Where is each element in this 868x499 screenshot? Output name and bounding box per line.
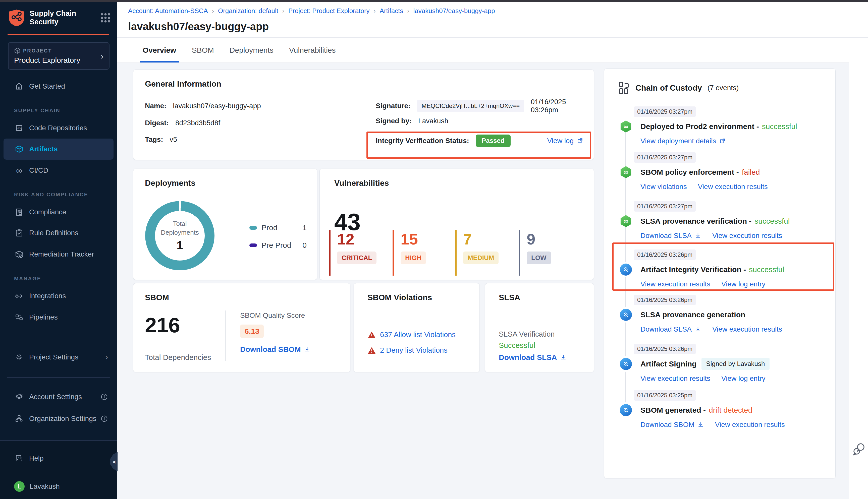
download-slsa-link[interactable]: Download SLSA <box>499 353 567 362</box>
severity-critical: 12 CRITICAL <box>329 230 376 276</box>
view-log-entry-link[interactable]: View log entry <box>721 375 765 382</box>
warning-icon <box>367 346 376 354</box>
breadcrumb: Account: Automation-SSCA › Organization:… <box>128 7 495 15</box>
main-content: General Information Name: lavakush07/eas… <box>117 63 849 499</box>
view-deployment-details-link[interactable]: View deployment details <box>640 137 726 145</box>
digest-label: Digest: <box>145 119 169 127</box>
user-avatar: L <box>14 481 25 492</box>
breadcrumb-organization[interactable]: Organization: default <box>218 7 278 15</box>
signed-by-value: Lavakush <box>418 117 448 125</box>
download-icon <box>560 354 567 361</box>
breadcrumb-separator: › <box>208 8 218 14</box>
deployments-card: Deployments Total Deployments 1 Prod 1 P… <box>133 169 317 280</box>
sidebar-item-pipelines[interactable]: Pipelines <box>3 307 113 328</box>
breadcrumb-artifacts[interactable]: Artifacts <box>380 7 403 15</box>
breadcrumb-separator: › <box>278 8 288 14</box>
view-execution-results-link[interactable]: View execution results <box>712 325 782 333</box>
pre-prod-color-dot <box>250 243 257 247</box>
sidebar-item-rule-definitions[interactable]: Rule Definitions <box>3 222 113 243</box>
layers-gear-icon <box>14 392 24 402</box>
view-execution-results-link[interactable]: View execution results <box>698 183 768 191</box>
tags-value: v5 <box>170 135 177 144</box>
sidebar-item-remediation-tracker[interactable]: Remediation Tracker <box>3 244 113 265</box>
download-icon <box>698 422 704 428</box>
sidebar-item-account-settings[interactable]: Account Settings <box>3 386 113 407</box>
svg-text:</>: </> <box>17 126 21 130</box>
severity-medium: 7 MEDIUM <box>455 230 498 276</box>
sidebar-user-row[interactable]: L Lavakush <box>3 476 113 497</box>
sidebar-item-project-settings[interactable]: Project Settings › <box>3 346 113 368</box>
sbom-violations-title: SBOM Violations <box>367 293 432 302</box>
download-slsa-link[interactable]: Download SLSA <box>640 232 701 240</box>
tab-deployments[interactable]: Deployments <box>228 38 276 62</box>
coc-event-deployed-prod2: 01/16/2025 03:27pm ∞ Deployed to Prod2 e… <box>613 107 826 145</box>
prod-color-dot <box>250 226 257 230</box>
sidebar-item-cicd[interactable]: ∞ CI/CD <box>3 160 113 181</box>
tab-overview[interactable]: Overview <box>141 38 178 62</box>
coc-event-slsa-provenance-verification: 01/16/2025 03:27pm ∞ SLSA provenance ver… <box>613 201 826 240</box>
view-execution-results-link[interactable]: View execution results <box>640 280 710 288</box>
sidebar-item-help[interactable]: ? Help <box>3 448 113 469</box>
artifact-box-icon <box>14 144 24 154</box>
general-information-card: General Information Name: lavakush07/eas… <box>133 70 594 160</box>
svg-text:?: ? <box>18 455 19 459</box>
breadcrumb-current[interactable]: lavakush07/easy-buggy-app <box>413 7 495 15</box>
allow-list-violations-link[interactable]: 637 Allow list Violations <box>380 331 456 339</box>
integrity-status-badge: Passed <box>476 135 510 147</box>
breadcrumb-project[interactable]: Project: Product Exploratory <box>288 7 370 15</box>
tab-vulnerabilities[interactable]: Vulnerabilities <box>287 38 338 62</box>
view-violations-link[interactable]: View violations <box>640 183 687 191</box>
vulnerabilities-title: Vulnerabilities <box>334 179 389 188</box>
project-selector[interactable]: PROJECT Product Exploratory › <box>8 42 109 70</box>
support-chat-icon[interactable] <box>851 441 866 456</box>
integrations-nodes-icon <box>14 291 24 301</box>
deny-list-violations-link[interactable]: 2 Deny list Violations <box>380 346 448 354</box>
signature-value-chip: MEQCICde2VjIT...bL+2+mqnOXw== <box>417 100 524 112</box>
warning-icon <box>367 331 376 339</box>
sidebar-item-integrations[interactable]: Integrations <box>3 285 113 306</box>
sidebar-item-artifacts[interactable]: Artifacts <box>3 138 113 160</box>
module-grid-icon[interactable] <box>100 12 111 23</box>
slsa-verification-label: SLSA Verification <box>499 330 555 338</box>
sidebar-item-get-started[interactable]: Get Started <box>3 76 113 97</box>
clipboard-check-icon <box>14 228 24 238</box>
event-timestamp: 01/16/2025 03:25pm <box>634 390 696 401</box>
breadcrumb-account[interactable]: Account: Automation-SSCA <box>128 7 208 15</box>
view-log-link[interactable]: View log <box>547 137 583 145</box>
signed-by-label: Signed by: <box>376 117 412 125</box>
right-edge-panel <box>849 38 868 499</box>
project-label: PROJECT <box>23 48 52 54</box>
sidebar-item-organization-settings[interactable]: Organization Settings <box>3 408 113 429</box>
sidebar-section-supply-chain: SUPPLY CHAIN <box>14 107 60 113</box>
home-icon <box>14 81 24 92</box>
legend-item-prod: Prod 1 <box>250 222 307 234</box>
page-title: lavakush07/easy-buggy-app <box>128 21 269 33</box>
donut-center-label: Total Deployments <box>161 219 199 237</box>
info-icon[interactable] <box>100 415 108 423</box>
slsa-card: SLSA SLSA Verification Successful Downlo… <box>485 283 594 372</box>
download-sbom-link[interactable]: Download SBOM <box>640 421 704 429</box>
document-search-icon <box>14 207 24 217</box>
download-sbom-link[interactable]: Download SBOM <box>240 345 311 354</box>
coc-event-artifact-integrity-verification: 01/16/2025 03:26pm Artifact Integrity Ve… <box>613 250 826 288</box>
pipeline-icon: ∞ <box>620 166 632 178</box>
view-execution-results-link[interactable]: View execution results <box>715 421 785 429</box>
sidebar: Supply Chain Security PROJECT Product Ex… <box>0 0 117 499</box>
help-chat-icon: ? <box>14 453 24 463</box>
info-icon[interactable] <box>100 393 108 401</box>
sidebar-item-compliance[interactable]: Compliance <box>3 202 113 223</box>
module-accent-line <box>8 34 109 35</box>
sidebar-item-code-repositories[interactable]: </> Code Repositories <box>3 118 113 138</box>
view-execution-results-link[interactable]: View execution results <box>640 375 710 382</box>
event-timestamp: 01/16/2025 03:26pm <box>634 344 696 354</box>
view-log-entry-link[interactable]: View log entry <box>721 280 765 288</box>
coc-event-sbom-generated: 01/16/2025 03:25pm SBOM generated - drif… <box>613 390 826 429</box>
project-cube-icon <box>14 47 21 54</box>
signed-by-badge: Signed by Lavakush <box>701 358 769 370</box>
view-execution-results-link[interactable]: View execution results <box>712 232 782 240</box>
chain-of-custody-title: Chain of Custody <box>636 83 702 93</box>
tab-sbom[interactable]: SBOM <box>190 38 216 62</box>
download-slsa-link[interactable]: Download SLSA <box>640 325 701 333</box>
supply-chain-security-logo-icon <box>9 9 25 27</box>
chevron-right-icon: › <box>101 52 104 60</box>
